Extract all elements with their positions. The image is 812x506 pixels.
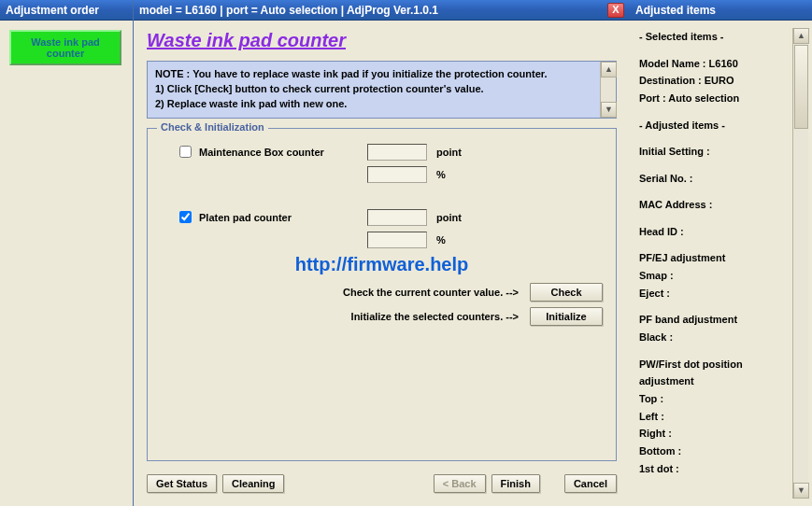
maintenance-box-label: Maintenance Box counter: [199, 147, 367, 158]
maintenance-box-checkbox[interactable]: [179, 146, 192, 158]
adjusted-item-line: [639, 346, 792, 356]
adjusted-item-line: [639, 302, 792, 311]
maintenance-box-point-value: [367, 144, 427, 161]
finish-button[interactable]: Finish: [491, 474, 540, 493]
maintenance-box-pct-value: [367, 166, 427, 183]
center-title-text: model = L6160 | port = Auto selection | …: [139, 4, 438, 17]
left-title-text: Adjustment order: [6, 4, 99, 17]
note-line-3: 2) Replace waste ink pad with new one.: [155, 97, 608, 112]
check-button[interactable]: Check: [530, 283, 603, 302]
platen-pad-checkbox[interactable]: [179, 211, 192, 223]
adjusted-items-content: - Selected items - Model Name : L6160Des…: [639, 28, 792, 499]
adjusted-item-line: Serial No. :: [639, 170, 792, 188]
note-line-2: 1) Click [Check] button to check current…: [155, 82, 608, 97]
adjusted-item-line: [639, 46, 792, 55]
adjusted-item-line: Bottom :: [639, 443, 792, 460]
adjusted-item-line: [639, 134, 792, 143]
center-titlebar: model = L6160 | port = Auto selection | …: [134, 0, 630, 21]
scroll-up-icon[interactable]: ▲: [601, 62, 617, 77]
watermark-url: http://firmware.help: [161, 254, 603, 275]
waste-ink-pad-counter-button[interactable]: Waste ink padcounter: [9, 30, 121, 65]
adjusted-item-line: Left :: [639, 408, 792, 426]
page-title: Waste ink pad counter: [147, 30, 617, 51]
cleaning-button[interactable]: Cleaning: [222, 474, 284, 493]
initialize-hint-label: Initialize the selected counters. -->: [351, 311, 519, 322]
left-titlebar: Adjustment order: [0, 0, 133, 21]
unit-pct-2: %: [436, 234, 474, 246]
adjusted-item-line: PF/EJ adjustment: [639, 249, 792, 267]
adjusted-item-line: [639, 161, 792, 170]
adjusted-item-line: Model Name : L6160: [639, 55, 792, 73]
right-titlebar: Adjusted items: [630, 0, 812, 21]
adjusted-item-line: 1st dot :: [639, 460, 792, 478]
unit-pct: %: [436, 169, 474, 180]
adjusted-item-line: Destination : EURO: [639, 72, 792, 90]
scroll-up-icon[interactable]: ▲: [793, 28, 809, 44]
adjusted-item-line: [639, 187, 792, 196]
adjusted-item-line: [639, 241, 792, 250]
initialize-button[interactable]: Initialize: [530, 307, 603, 326]
adjusted-item-line: [639, 214, 792, 223]
right-scrollbar[interactable]: ▲ ▼: [792, 28, 808, 499]
adjusted-item-line: Initial Setting :: [639, 143, 792, 161]
scroll-thumb[interactable]: [794, 45, 808, 129]
adjusted-item-line: Black :: [639, 329, 792, 346]
adjusted-item-line: - Selected items -: [639, 28, 792, 46]
cancel-button[interactable]: Cancel: [564, 474, 617, 493]
note-scrollbar[interactable]: ▲ ▼: [600, 62, 616, 118]
adjusted-item-line: Head ID :: [639, 223, 792, 241]
groupbox-legend: Check & Initialization: [157, 121, 268, 133]
check-initialization-group: Check & Initialization Maintenance Box c…: [147, 128, 617, 461]
check-hint-label: Check the current counter value. -->: [343, 287, 519, 298]
adjusted-item-line: Port : Auto selection: [639, 90, 792, 107]
get-status-button[interactable]: Get Status: [147, 474, 217, 493]
platen-pad-pct-value: [367, 232, 427, 248]
unit-point-2: point: [436, 212, 474, 223]
unit-point: point: [436, 147, 474, 158]
adjusted-item-line: PF band adjustment: [639, 311, 792, 329]
platen-pad-label: Platen pad counter: [199, 212, 367, 223]
adjusted-item-line: PW/First dot position adjustment: [639, 356, 792, 390]
back-button[interactable]: < Back: [434, 474, 486, 493]
adjusted-item-line: Top :: [639, 390, 792, 408]
adjusted-item-line: Right :: [639, 425, 792, 443]
adjusted-item-line: MAC Address :: [639, 196, 792, 214]
platen-pad-point-value: [367, 209, 427, 226]
close-icon[interactable]: X: [607, 3, 624, 18]
adjusted-item-line: [639, 107, 792, 117]
scroll-down-icon[interactable]: ▼: [793, 483, 809, 499]
adjusted-item-line: - Adjusted items -: [639, 117, 792, 134]
adjusted-item-line: Eject :: [639, 285, 792, 302]
adjusted-item-line: Smap :: [639, 267, 792, 285]
right-title-text: Adjusted items: [635, 4, 716, 17]
note-line-1: NOTE : You have to replace waste ink pad…: [155, 67, 608, 82]
note-box: NOTE : You have to replace waste ink pad…: [147, 61, 617, 119]
scroll-down-icon[interactable]: ▼: [601, 102, 617, 118]
